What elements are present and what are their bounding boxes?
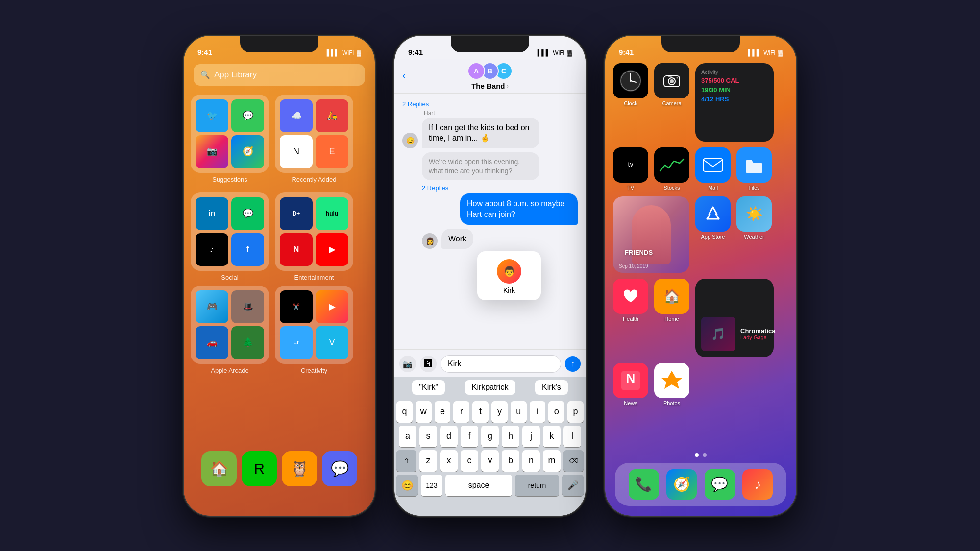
home-app[interactable]: 🏠 Home xyxy=(654,279,689,322)
send-button[interactable]: ↑ xyxy=(565,356,581,372)
health-app[interactable]: Health xyxy=(613,279,648,322)
key-u[interactable]: u xyxy=(511,401,527,423)
suggestion-2[interactable]: Kirkpatrick xyxy=(465,380,515,395)
app-store-input-icon[interactable]: 🅰 xyxy=(420,356,437,372)
kirk-avatar: 👨 xyxy=(497,259,521,284)
key-shift[interactable]: ⇧ xyxy=(396,450,416,472)
key-delete[interactable]: ⌫ xyxy=(564,450,584,472)
photos-app[interactable]: Photos xyxy=(654,363,689,406)
camera-app[interactable]: Camera xyxy=(654,63,689,106)
reply-indicator-2[interactable]: 2 Replies xyxy=(422,184,578,192)
msg-sender-1: Hart xyxy=(424,110,578,117)
suggestion-3[interactable]: Kirk's xyxy=(535,380,568,395)
key-j[interactable]: j xyxy=(522,426,540,447)
key-b[interactable]: b xyxy=(502,450,519,472)
msg-row-1: 😊 If I can get the kids to bed on time, … xyxy=(402,118,578,148)
music-widget[interactable]: 🎵 Chromatica Lady Gaga xyxy=(695,279,774,357)
arcade-row: 🎮 🎩 🚗 🌲 Apple Arcade ✂️ ▶ Lr V Creativit… xyxy=(191,286,368,377)
appstore-app[interactable]: App Store xyxy=(695,196,731,240)
key-o[interactable]: o xyxy=(548,401,564,423)
messages-dock-icon[interactable]: 💬 xyxy=(705,469,735,500)
key-p[interactable]: p xyxy=(567,401,584,423)
social-folder[interactable]: in 💬 ♪ f Social xyxy=(191,192,269,284)
key-numbers[interactable]: 123 xyxy=(421,475,442,496)
safari-dock-icon[interactable]: 🧭 xyxy=(666,469,697,500)
search-icon: 🔍 xyxy=(200,70,210,79)
files-app[interactable]: Files xyxy=(736,147,772,191)
activity-stats: 375/500 CAL 19/30 MIN 4/12 HRS xyxy=(701,77,768,103)
key-emoji[interactable]: 😊 xyxy=(396,475,418,496)
camera-input-icon[interactable]: 📷 xyxy=(399,356,416,372)
group-avatars: A B C xyxy=(467,62,513,80)
messages-header: ‹ A B C The Band › xyxy=(394,59,586,94)
clock-camera-grid: Clock Camera xyxy=(613,63,689,106)
bubble-4: Work xyxy=(441,229,473,249)
key-g[interactable]: g xyxy=(481,426,499,447)
key-d[interactable]: d xyxy=(440,426,458,447)
key-l[interactable]: l xyxy=(564,426,581,447)
news-app[interactable]: N News xyxy=(613,363,648,406)
stocks-app[interactable]: Stocks xyxy=(654,147,689,191)
phone-3: 9:41 ▌▌▌ WiFi ▓ xyxy=(605,36,796,516)
mention-popup[interactable]: 👨 Kirk xyxy=(477,251,541,300)
creativity-folder[interactable]: ✂️ ▶ Lr V Creativity xyxy=(275,286,353,377)
key-m[interactable]: m xyxy=(543,450,561,472)
reply-indicator-1[interactable]: 2 Replies xyxy=(402,100,578,108)
photos-widget[interactable]: FRIENDS Sep 10, 2019 xyxy=(613,196,689,273)
mail-app[interactable]: Mail xyxy=(695,147,731,191)
key-t[interactable]: t xyxy=(472,401,489,423)
suggestion-1[interactable]: "Kirk" xyxy=(412,380,445,395)
photos-widget-label: FRIENDS xyxy=(625,249,653,256)
tv-app[interactable]: tv TV xyxy=(613,147,648,191)
message-input[interactable]: Kirk xyxy=(441,355,561,373)
recently-added-folder[interactable]: ☁️ 🛵 N E Recently Added xyxy=(275,95,353,186)
music-dock-icon[interactable]: ♪ xyxy=(742,469,773,500)
wifi-2: WiFi xyxy=(553,49,564,56)
key-h[interactable]: h xyxy=(502,426,519,447)
houzz-icon[interactable]: 🏠 xyxy=(201,451,237,486)
key-e[interactable]: e xyxy=(435,401,451,423)
key-z[interactable]: z xyxy=(419,450,437,472)
owl-icon[interactable]: 🦉 xyxy=(282,451,317,486)
social-grid: in 💬 ♪ f xyxy=(191,192,269,271)
discord-icon[interactable]: 💬 xyxy=(322,451,357,486)
home-row-2: tv TV Stocks xyxy=(613,147,788,191)
back-button[interactable]: ‹ xyxy=(402,70,406,82)
suggestions-bar: "Kirk" Kirkpatrick Kirk's xyxy=(394,377,586,398)
key-y[interactable]: y xyxy=(491,401,508,423)
key-a[interactable]: a xyxy=(399,426,416,447)
mail-icon xyxy=(695,147,731,183)
group-info[interactable]: A B C The Band › xyxy=(467,62,513,90)
weather-app[interactable]: ☀️ Weather xyxy=(736,196,772,240)
key-s[interactable]: s xyxy=(419,426,437,447)
key-v[interactable]: v xyxy=(481,450,499,472)
arcade-folder[interactable]: 🎮 🎩 🚗 🌲 Apple Arcade xyxy=(191,286,269,377)
key-n[interactable]: n xyxy=(522,450,540,472)
key-r[interactable]: r xyxy=(453,401,469,423)
robinhood-icon[interactable]: R xyxy=(242,451,277,486)
phone-2: 9:41 ▌▌▌ WiFi ▓ ‹ A B C The Band › xyxy=(394,36,586,516)
search-bar[interactable]: 🔍 App Library xyxy=(194,64,365,86)
home-row-5: N News Photos xyxy=(613,363,788,406)
key-w[interactable]: w xyxy=(416,401,432,423)
key-k[interactable]: k xyxy=(543,426,561,447)
group-name: The Band xyxy=(471,82,505,90)
game1-icon: 🎮 xyxy=(196,290,228,323)
key-space[interactable]: space xyxy=(445,475,512,496)
key-return[interactable]: return xyxy=(515,475,559,496)
key-x[interactable]: x xyxy=(440,450,458,472)
game2-icon: 🎩 xyxy=(231,290,264,323)
entertainment-label: Entertainment xyxy=(294,274,334,281)
entertainment-folder[interactable]: D+ hulu N ▶ Entertainment xyxy=(275,192,353,284)
key-mic[interactable]: 🎤 xyxy=(562,475,584,496)
activity-widget[interactable]: Activity 375/500 CAL 19/30 MIN 4/12 HRS xyxy=(695,63,774,142)
key-c[interactable]: c xyxy=(461,450,478,472)
lightroom-icon: Lr xyxy=(280,326,313,359)
health-icon xyxy=(613,279,648,314)
key-i[interactable]: i xyxy=(530,401,546,423)
phone-dock-icon[interactable]: 📞 xyxy=(629,469,659,500)
suggestions-folder[interactable]: 🐦 💬 📷 🧭 Suggestions xyxy=(191,95,269,186)
clock-app[interactable]: Clock xyxy=(613,63,648,106)
key-q[interactable]: q xyxy=(396,401,413,423)
key-f[interactable]: f xyxy=(461,426,478,447)
